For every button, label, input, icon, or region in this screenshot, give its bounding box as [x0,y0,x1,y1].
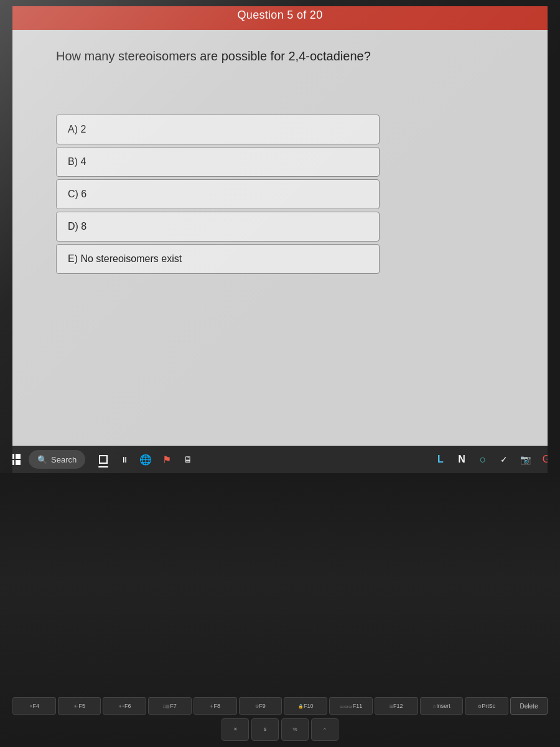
key-f9-label: F9 [259,703,266,709]
key-f5[interactable]: ☀- F5 [58,697,101,715]
key-f7-label: F7 [170,703,177,709]
key-insert-label: Insert [436,703,450,709]
taskbar-browser-icon[interactable]: 🌐 [136,450,155,469]
option-a[interactable]: A) 2 [56,115,380,144]
key-f6-label: F6 [124,703,131,709]
key-f5-symbol: ☀- [73,704,78,708]
key-delete-label: Delete [520,703,538,710]
tray-l-icon[interactable]: L [432,451,449,468]
tray-o-icon[interactable]: ○ [474,451,492,468]
key-prtsc-label: PrtSc [482,703,495,709]
key-f11-label: F11 [353,703,363,709]
key-f10-label: F10 [304,703,314,709]
keyboard-area: ✕ F4 ☀- F5 ☀+ F6 □▤ F7 ✈ F8 ⚙ F9 [0,473,560,747]
tray-n-icon[interactable]: N [453,451,470,468]
key-x[interactable]: ✕ [222,718,249,741]
browser-icon: 🌐 [139,454,152,466]
key-f7-symbol: □▤ [163,704,170,708]
question-text: How many stereoisomers are possible for … [56,47,504,65]
tray-check-icon[interactable]: ✓ [495,451,513,468]
question-counter: Question 5 of 20 [238,9,323,22]
screen-bezel-left [0,0,12,473]
tray-l-label: L [437,454,444,465]
monitor-icon: 🖥 [184,454,192,464]
key-f11-symbol: ▭▭▭ [340,704,353,708]
key-dollar[interactable]: $ [251,718,279,741]
key-f10[interactable]: 🔒 F10 [284,697,327,715]
key-f5-label: F5 [78,703,85,709]
active-indicator [98,466,108,467]
search-icon: 🔍 [37,455,47,464]
system-tray: L N ○ ✓ 📷 G [432,451,555,468]
option-e[interactable]: E) No stereoisomers exist [56,244,380,274]
tray-check-label: ✓ [500,454,508,464]
key-prtsc[interactable]: ✿ PrtSc [465,697,508,715]
taskbar-monitor-icon[interactable]: 🖥 [179,450,197,469]
key-f6-symbol: ☀+ [118,704,124,708]
key-percent[interactable]: % [281,718,309,741]
key-f4[interactable]: ✕ F4 [12,697,56,715]
tray-circle-label: ○ [480,453,487,466]
flag-icon: ⚑ [162,454,171,466]
key-insert[interactable]: ☆ Insert [420,697,464,715]
taskbar-squares-icon[interactable] [94,450,113,469]
screen-bezel-top [0,0,560,6]
bottom-partial-row: ✕ $ % ^ [12,718,548,741]
key-delete[interactable]: Delete [510,697,548,715]
keyboard: ✕ F4 ☀- F5 ☀+ F6 □▤ F7 ✈ F8 ⚙ F9 [12,697,548,741]
tray-n-label: N [458,454,465,465]
key-f12[interactable]: ⊞ F12 [375,697,418,715]
option-c[interactable]: C) 6 [56,179,380,209]
taskbar-search[interactable]: 🔍 Search [29,450,85,469]
taskbar-flag-icon[interactable]: ⚑ [157,450,176,469]
options-container: A) 2 B) 4 C) 6 D) 8 E) No stereoisomers … [56,115,504,274]
key-caret[interactable]: ^ [311,718,338,741]
tray-cam-icon[interactable]: 📷 [516,451,534,468]
key-f8-label: F8 [213,703,220,709]
key-f9[interactable]: ⚙ F9 [239,697,282,715]
key-f6[interactable]: ☀+ F6 [103,697,146,715]
screen-bezel-right [548,0,560,473]
taskbar-media-icon[interactable]: ⏸ [115,450,134,469]
key-f4-label: F4 [33,703,40,709]
option-b[interactable]: B) 4 [56,147,380,177]
search-label: Search [51,455,77,464]
taskbar-pinned-icons: ⏸ 🌐 ⚑ 🖥 [94,450,197,469]
fn-key-row: ✕ F4 ☀- F5 ☀+ F6 □▤ F7 ✈ F8 ⚙ F9 [12,697,548,715]
key-f10-symbol: 🔒 [298,704,304,708]
key-f8[interactable]: ✈ F8 [194,697,237,715]
tray-camera-label: 📷 [520,454,531,464]
option-d[interactable]: D) 8 [56,212,380,242]
key-f11[interactable]: ▭▭▭ F11 [329,697,373,715]
content-area: How many stereoisomers are possible for … [0,30,560,446]
square-outline-icon [99,455,108,464]
taskbar: 🔍 Search ⏸ 🌐 ⚑ 🖥 L [0,446,560,473]
media-icon: ⏸ [121,455,129,464]
key-f7[interactable]: □▤ F7 [148,697,192,715]
key-f12-label: F12 [393,703,403,709]
screen: Question 5 of 20 How many stereoisomers … [0,0,560,473]
